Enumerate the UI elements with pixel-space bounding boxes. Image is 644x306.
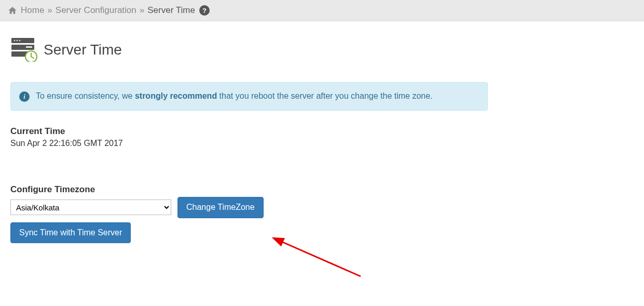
timezone-select[interactable]: Asia/Kolkata bbox=[10, 199, 171, 215]
server-time-icon bbox=[10, 36, 38, 63]
change-timezone-button[interactable]: Change TimeZone bbox=[177, 197, 264, 218]
svg-rect-6 bbox=[26, 46, 32, 48]
alert-suffix: that you reboot the server after you cha… bbox=[217, 91, 432, 100]
svg-point-4 bbox=[17, 40, 18, 42]
info-alert: i To ensure consistency, we strongly rec… bbox=[10, 82, 488, 111]
help-icon[interactable]: ? bbox=[199, 5, 210, 16]
alert-text: To ensure consistency, we strongly recom… bbox=[36, 90, 433, 103]
breadcrumb-sep-2: » bbox=[140, 5, 144, 16]
alert-strong: strongly recommend bbox=[135, 91, 217, 100]
home-icon bbox=[7, 6, 18, 15]
page-title-row: Server Time bbox=[10, 36, 488, 63]
timezone-label: Configure Timezone bbox=[10, 184, 488, 195]
current-time-label: Current Time bbox=[10, 126, 488, 137]
sync-time-button[interactable]: Sync Time with Time Server bbox=[10, 222, 131, 244]
breadcrumb-sep-1: » bbox=[47, 5, 52, 16]
svg-point-5 bbox=[19, 40, 21, 42]
breadcrumb-server-config-link[interactable]: Server Configuration bbox=[56, 5, 136, 16]
current-time-value: Sun Apr 2 22:16:05 GMT 2017 bbox=[10, 139, 488, 148]
info-icon: i bbox=[19, 91, 30, 102]
svg-point-3 bbox=[14, 40, 16, 42]
breadcrumb-current: Server Time bbox=[147, 5, 195, 16]
page-title: Server Time bbox=[44, 42, 122, 58]
breadcrumb-home-link[interactable]: Home bbox=[21, 5, 44, 16]
breadcrumb: Home » Server Configuration » Server Tim… bbox=[0, 0, 644, 21]
alert-prefix: To ensure consistency, we bbox=[36, 91, 135, 100]
